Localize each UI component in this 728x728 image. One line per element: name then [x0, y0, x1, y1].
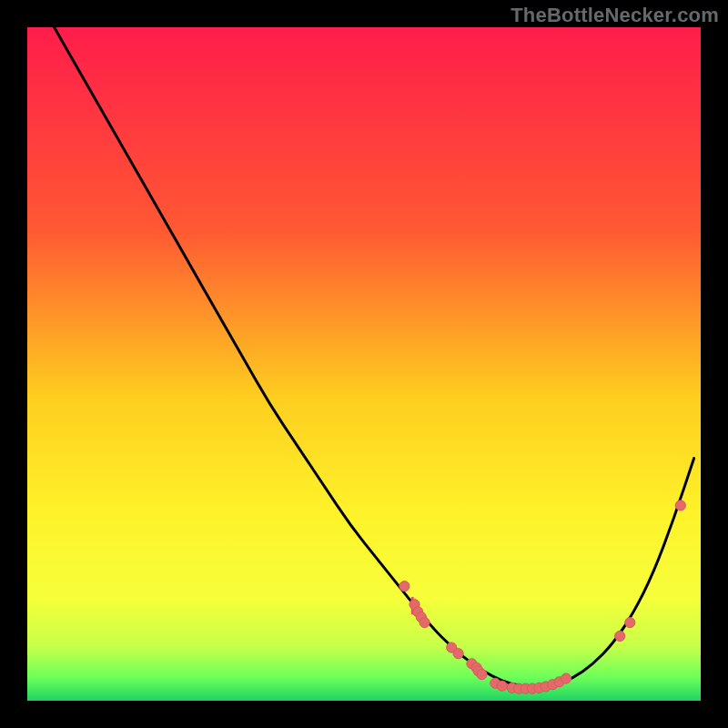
plot-area: [27, 27, 701, 701]
data-marker: [615, 631, 625, 641]
chart-svg: [27, 27, 701, 701]
watermark-text: TheBottleNecker.com: [511, 4, 719, 27]
chart-container: TheBottleNecker.com: [0, 0, 728, 728]
data-marker: [453, 649, 463, 659]
data-marker: [625, 618, 635, 628]
data-marker: [675, 500, 685, 511]
gradient-background: [27, 27, 701, 701]
data-marker: [561, 673, 571, 683]
data-marker: [399, 581, 410, 592]
data-marker: [497, 681, 507, 691]
data-marker: [420, 618, 430, 628]
data-marker: [477, 670, 487, 680]
